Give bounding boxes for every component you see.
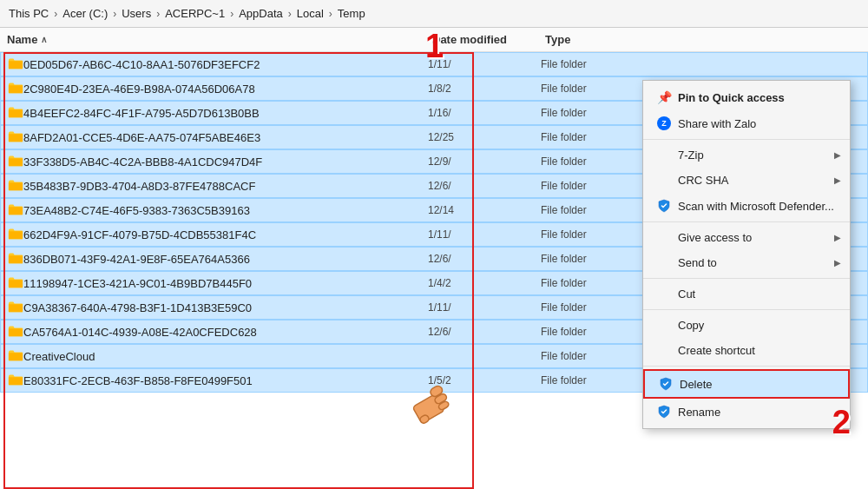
context-menu-item-pin-quick-access[interactable]: 📌Pin to Quick access xyxy=(643,84,850,110)
file-name: 8AFD2A01-CCE5-4D6E-AA75-074F5ABE46E3 xyxy=(23,131,428,144)
folder-icon xyxy=(8,324,23,340)
breadcrumb-sep: › xyxy=(329,8,332,20)
column-type[interactable]: Type xyxy=(545,33,861,46)
step-1-label: 1 xyxy=(425,28,444,65)
context-menu-separator xyxy=(643,309,850,310)
context-menu-item-label: Scan with Microsoft Defender... xyxy=(678,200,834,213)
folder-icon xyxy=(8,81,23,97)
context-menu-separator xyxy=(643,139,850,140)
context-menu-item-label: Share with Zalo xyxy=(678,117,756,130)
breadcrumb-part[interactable]: Local xyxy=(297,7,324,20)
context-menu-item-delete[interactable]: Delete xyxy=(643,369,850,399)
folder-icon xyxy=(8,178,23,195)
breadcrumb-part[interactable]: Temp xyxy=(338,7,365,20)
context-menu-separator xyxy=(643,366,850,367)
context-menu-separator xyxy=(643,278,850,279)
file-date: 12/6/ xyxy=(428,326,541,338)
folder-icon xyxy=(8,154,23,170)
folder-icon xyxy=(8,251,23,268)
shield-icon xyxy=(657,199,671,213)
context-menu-item-label: CRC SHA xyxy=(678,174,729,187)
context-menu-item-scan-defender[interactable]: Scan with Microsoft Defender... xyxy=(643,193,850,219)
file-name: 836DB071-43F9-42A1-9E8F-65EA764A5366 xyxy=(23,253,428,266)
context-menu-item-crc-sha[interactable]: CRC SHA xyxy=(643,168,850,193)
context-menu-item-create-shortcut[interactable]: Create shortcut xyxy=(643,338,850,363)
breadcrumb-sep: › xyxy=(288,8,292,20)
context-menu-item-7zip[interactable]: 7-Zip xyxy=(643,142,850,168)
folder-icon xyxy=(8,275,23,292)
file-date: 1/11/ xyxy=(428,301,541,314)
breadcrumb-sep: › xyxy=(230,8,233,20)
context-menu-item-label: Send to xyxy=(678,256,717,269)
file-name: 2C980E4D-23EA-46E9-B98A-074A56D06A78 xyxy=(23,83,428,96)
context-menu-item-label: Delete xyxy=(680,378,713,391)
file-name: C9A38367-640A-4798-B3F1-1D413B3E59C0 xyxy=(23,301,428,314)
column-name[interactable]: Name ∧ xyxy=(7,33,432,46)
file-date: 12/6/ xyxy=(428,253,541,265)
step-2-label: 2 xyxy=(832,404,851,441)
file-name: 33F338D5-AB4C-4C2A-BBB8-4A1CDC947D4F xyxy=(23,155,428,169)
breadcrumb-sep: › xyxy=(156,8,160,20)
folder-icon xyxy=(8,373,23,389)
context-menu-item-label: Rename xyxy=(678,406,720,419)
file-date: 12/6/ xyxy=(428,180,541,192)
hand-cursor-icon xyxy=(395,367,464,437)
breadcrumb-part[interactable]: AppData xyxy=(239,7,283,20)
file-date: 1/8/2 xyxy=(428,83,541,95)
context-menu-item-share-zalo[interactable]: ZShare with Zalo xyxy=(643,110,850,136)
file-type: File folder xyxy=(541,58,860,70)
context-menu-item-rename[interactable]: Rename xyxy=(643,399,850,425)
file-name: E80331FC-2ECB-463F-B858-F8FE0499F501 xyxy=(23,374,428,387)
file-date: 1/11/ xyxy=(428,228,541,241)
file-date: 1/11/ xyxy=(428,58,541,70)
folder-icon xyxy=(8,227,23,243)
file-date: 12/25 xyxy=(428,131,541,143)
shield-icon xyxy=(657,405,671,419)
file-name: 35B483B7-9DB3-4704-A8D3-87FE4788CACF xyxy=(23,180,428,193)
folder-icon xyxy=(8,348,23,365)
file-name: 0ED05D67-AB6C-4C10-8AA1-5076DF3EFCF2 xyxy=(23,58,428,71)
folder-icon xyxy=(8,300,23,316)
pin-icon: 📌 xyxy=(657,90,671,104)
file-name: 73EA48B2-C74E-46F5-9383-7363C5B39163 xyxy=(23,204,428,217)
context-menu-separator xyxy=(643,221,850,222)
file-list-container: Name ∧ Date modified Type 0ED05D67-AB6C-… xyxy=(0,28,868,489)
sort-arrow-icon: ∧ xyxy=(41,35,47,44)
context-menu-item-label: Cut xyxy=(678,287,695,301)
file-name: 11198947-1CE3-421A-9C01-4B9BD7B445F0 xyxy=(23,277,428,290)
zalo-icon: Z xyxy=(657,116,671,130)
file-name: 4B4EEFC2-84FC-4F1F-A795-A5D7D613B0BB xyxy=(23,107,428,120)
address-bar: This PC › Acer (C:) › Users › ACERPC~1 ›… xyxy=(0,0,868,28)
file-date: 1/4/2 xyxy=(428,277,541,289)
context-menu-item-label: 7-Zip xyxy=(678,149,704,162)
breadcrumb-part[interactable]: This PC xyxy=(9,7,49,20)
folder-icon xyxy=(8,105,23,122)
shield-icon xyxy=(659,377,673,391)
context-menu-item-label: Copy xyxy=(678,319,704,332)
file-date: 1/16/ xyxy=(428,107,541,119)
breadcrumb-part[interactable]: Users xyxy=(122,7,151,20)
folder-icon xyxy=(8,202,23,219)
context-menu-item-cut[interactable]: Cut xyxy=(643,281,850,307)
file-name: CreativeCloud xyxy=(23,350,428,363)
context-menu-item-label: Create shortcut xyxy=(678,344,755,357)
file-name: 662D4F9A-91CF-4079-B75D-4CDB55381F4C xyxy=(23,228,428,241)
context-menu-item-send-to[interactable]: Send to xyxy=(643,250,850,275)
file-date: 12/14 xyxy=(428,204,541,216)
folder-icon xyxy=(8,129,23,146)
context-menu-item-label: Give access to xyxy=(678,231,752,244)
column-date[interactable]: Date modified xyxy=(432,33,545,46)
breadcrumb-part[interactable]: ACERPC~1 xyxy=(165,7,225,20)
breadcrumb-part[interactable]: Acer (C:) xyxy=(62,7,108,20)
folder-icon xyxy=(8,56,23,73)
breadcrumb: This PC › Acer (C:) › Users › ACERPC~1 ›… xyxy=(9,7,365,20)
context-menu-item-label: Pin to Quick access xyxy=(678,91,785,104)
breadcrumb-sep: › xyxy=(54,8,57,20)
file-date: 12/9/ xyxy=(428,155,541,168)
file-name: CA5764A1-014C-4939-A08E-42A0CFEDC628 xyxy=(23,326,428,339)
breadcrumb-sep: › xyxy=(113,8,116,20)
context-menu-item-give-access[interactable]: Give access to xyxy=(643,225,850,250)
context-menu-item-copy[interactable]: Copy xyxy=(643,313,850,338)
context-menu: 📌Pin to Quick accessZShare with Zalo7-Zi… xyxy=(642,80,851,429)
